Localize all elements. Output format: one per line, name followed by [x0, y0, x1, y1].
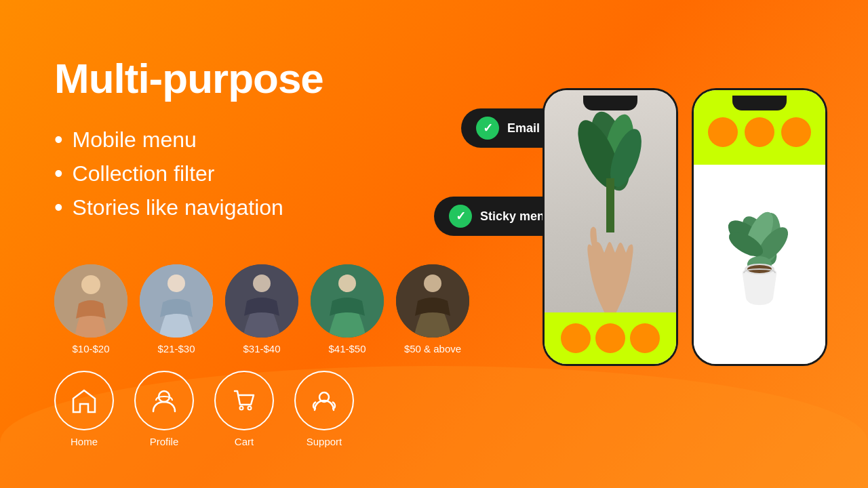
svg-point-3: [167, 274, 185, 292]
price-label-5: $50 & above: [404, 343, 461, 354]
svg-rect-18: [606, 178, 614, 232]
bullet-item-3: Stories like navigation: [54, 193, 283, 222]
cart-icon: [214, 371, 274, 430]
bullet-item-1: Mobile menu: [54, 125, 283, 154]
price-circle-4: [311, 264, 384, 338]
phone-2: [692, 88, 827, 366]
phone-2-content: [694, 165, 825, 364]
price-circle-5: [396, 264, 469, 338]
dot-1: [561, 323, 591, 353]
phone-1-bottom-bar: [545, 312, 676, 364]
support-icon: [294, 371, 354, 430]
profile-icon: [134, 371, 194, 430]
dot-4: [708, 117, 738, 147]
phone-1-frame: [542, 88, 678, 366]
check-icon-email: ✓: [476, 117, 499, 140]
phone-2-notch: [732, 96, 787, 110]
home-label: Home: [71, 436, 98, 447]
price-label-3: $31-$40: [243, 343, 280, 354]
dot-3: [630, 323, 660, 353]
price-item-2[interactable]: $21-$30: [140, 264, 213, 354]
price-item-3[interactable]: $31-$40: [225, 264, 298, 354]
price-circle-2: [140, 264, 213, 338]
bullet-item-2: Collection filter: [54, 159, 283, 188]
nav-item-home[interactable]: Home: [54, 371, 114, 447]
feature-list: Mobile menu Collection filter Stories li…: [54, 125, 283, 227]
support-label: Support: [307, 436, 342, 447]
svg-point-12: [248, 407, 252, 410]
svg-point-5: [253, 274, 271, 292]
dot-5: [745, 117, 774, 147]
home-icon: [54, 371, 114, 430]
price-label-1: $10-$20: [72, 343, 109, 354]
phones-section: ✓ Email Support ✓ Sticky menu: [542, 88, 827, 366]
nav-item-profile[interactable]: Profile: [134, 371, 194, 447]
svg-point-11: [240, 407, 243, 410]
check-icon-sticky: ✓: [449, 205, 472, 228]
price-label-2: $21-$30: [157, 343, 195, 354]
phone-2-frame: [692, 88, 827, 366]
svg-point-1: [81, 275, 100, 294]
price-circle-1: [54, 264, 127, 338]
dot-6: [781, 117, 811, 147]
svg-point-7: [338, 274, 356, 292]
price-circle-3: [225, 264, 298, 338]
phone-1-screen: [545, 90, 676, 364]
sticky-menu-text: Sticky menu: [480, 209, 552, 224]
price-label-4: $41-$50: [328, 343, 366, 354]
cart-label: Cart: [235, 436, 254, 447]
phone-2-screen: [694, 90, 825, 364]
bottom-navigation: Home Profile Cart: [54, 371, 354, 447]
profile-label: Profile: [150, 436, 179, 447]
price-item-5[interactable]: $50 & above: [396, 264, 469, 354]
phone-1-notch: [583, 96, 637, 110]
price-filter-section: $10-$20 $21-$30 $31-$40: [54, 264, 469, 354]
page-title: Multi-purpose: [54, 54, 323, 102]
phone-1: ✓ Email Support ✓ Sticky menu: [542, 88, 678, 366]
nav-item-support[interactable]: Support: [294, 371, 354, 447]
dot-2: [595, 323, 625, 353]
nav-item-cart[interactable]: Cart: [214, 371, 274, 447]
price-item-4[interactable]: $41-$50: [311, 264, 384, 354]
price-item-1[interactable]: $10-$20: [54, 264, 127, 354]
svg-point-9: [424, 274, 441, 292]
